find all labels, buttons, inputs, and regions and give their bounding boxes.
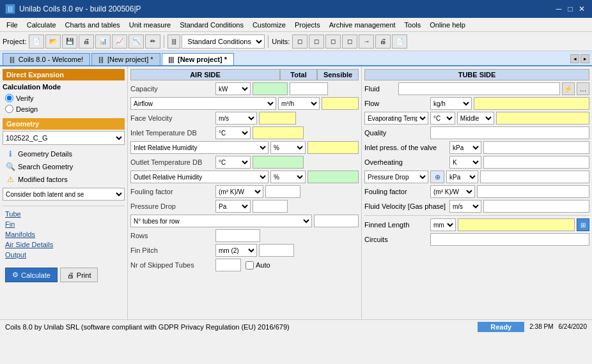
pressure-drop-unit-select[interactable]: Pa	[215, 200, 251, 213]
airflow-input[interactable]	[322, 97, 359, 110]
n-tubes-select[interactable]: N° tubes for row	[130, 215, 312, 227]
inlet-press-unit-select[interactable]: kPa	[449, 141, 481, 154]
auto-checkbox[interactable]	[245, 261, 254, 269]
menu-file[interactable]: File	[3, 20, 22, 30]
tube-pressure-drop-unit-select[interactable]: kPa	[446, 171, 478, 183]
rows-input[interactable]: 0	[215, 229, 260, 242]
toolbar-new-btn[interactable]: 📄	[29, 34, 44, 49]
overheat-unit-select[interactable]: K	[449, 156, 481, 169]
outlet-temp-unit-select[interactable]: °C	[215, 156, 251, 169]
radio-verify[interactable]	[5, 94, 13, 102]
menu-charts[interactable]: Charts and tables	[61, 20, 124, 30]
standard-conditions-select[interactable]: Standard Conditions	[182, 34, 265, 49]
face-velocity-input[interactable]	[259, 112, 296, 125]
fluid-lightning-btn[interactable]: ⚡	[562, 82, 575, 95]
toolbar-btn6[interactable]: 📈	[112, 34, 127, 49]
menu-unit-measure[interactable]: Unit measure	[125, 20, 175, 30]
menu-help[interactable]: Online help	[426, 20, 469, 30]
capacity-total-input[interactable]: 0	[253, 82, 288, 95]
units-btn7[interactable]: 📄	[392, 34, 407, 49]
inlet-rh-unit-select[interactable]: %	[270, 141, 306, 154]
print-button[interactable]: 🖨 Print	[60, 268, 98, 282]
circuits-input[interactable]: 1	[430, 233, 589, 246]
tab-new-project-1[interactable]: ||| [New project] *	[91, 53, 160, 65]
units-btn1[interactable]: ◻	[292, 34, 308, 49]
fluid-more-btn[interactable]: …	[577, 82, 589, 95]
airflow-select[interactable]: Airflow	[130, 97, 276, 110]
fouling-factor-unit-select[interactable]: (m² K)/W	[215, 185, 263, 198]
fin-pitch-unit-select[interactable]: mm (2)	[215, 244, 257, 257]
manifolds-link[interactable]: Manifolds	[3, 229, 125, 239]
tube-pressure-drop-input[interactable]: 0	[480, 171, 589, 183]
evap-temp-type-select[interactable]: Evaporating Temp.	[364, 112, 428, 125]
fluid-vel-input[interactable]: 0	[483, 200, 589, 213]
toolbar-btn8[interactable]: ✏	[145, 34, 160, 49]
capacity-sensible-input[interactable]: 0	[290, 82, 328, 95]
evap-temp-input[interactable]	[496, 112, 589, 125]
toolbar-btn7[interactable]: 📉	[129, 34, 144, 49]
inlet-temp-input[interactable]	[253, 126, 304, 139]
geometry-details-btn[interactable]: ℹ Geometry Details	[3, 148, 125, 160]
toolbar-btn9[interactable]: |||	[167, 34, 180, 49]
finned-length-calc-btn[interactable]: ⊞	[577, 218, 589, 231]
units-btn4[interactable]: ◻	[342, 34, 357, 49]
toolbar-btn4[interactable]: 🖨	[79, 34, 94, 49]
outlet-rh-input[interactable]	[308, 171, 359, 183]
calculate-button[interactable]: ⚙ Calculate	[5, 268, 58, 282]
units-btn2[interactable]: ◻	[309, 34, 324, 49]
maximize-button[interactable]: □	[565, 4, 575, 14]
evap-temp-unit-select[interactable]: °C	[430, 112, 455, 125]
tube-pressure-drop-type-select[interactable]: Pressure Drop	[364, 171, 428, 183]
fin-link[interactable]: Fin	[3, 219, 125, 229]
nr-skipped-input[interactable]: 0	[215, 259, 241, 271]
output-link[interactable]: Output	[3, 250, 125, 260]
fluid-input[interactable]: R407C	[398, 82, 560, 95]
geometry-dropdown[interactable]: 102522_C_G	[3, 131, 125, 145]
outlet-rh-unit-select[interactable]: %	[270, 171, 306, 183]
face-velocity-unit-select[interactable]: m/s	[215, 112, 257, 125]
finned-length-input[interactable]: 0	[458, 218, 575, 231]
tab-new-project-2[interactable]: ||| [New project] *	[162, 53, 234, 65]
outlet-temp-input[interactable]	[253, 156, 304, 169]
fouling-factor-input[interactable]: 0	[265, 185, 300, 198]
outlet-rh-select[interactable]: Outlet Relative Humidity	[130, 171, 269, 183]
tab-welcome[interactable]: ||| Coils 8.0 - Welcome!	[3, 53, 90, 65]
menu-customize[interactable]: Customize	[249, 20, 290, 30]
units-btn3[interactable]: ◻	[325, 34, 341, 49]
quality-input[interactable]: 0.2	[430, 126, 589, 139]
menu-archive[interactable]: Archive management	[325, 20, 400, 30]
pressure-drop-input[interactable]: 0	[253, 200, 288, 213]
toolbar-btn5[interactable]: 📊	[95, 34, 111, 49]
tab-nav-prev[interactable]: ◂	[570, 54, 579, 63]
inlet-rh-input[interactable]	[308, 141, 359, 154]
menu-projects[interactable]: Projects	[291, 20, 324, 30]
menu-tools[interactable]: Tools	[401, 20, 425, 30]
close-button[interactable]: ✕	[577, 4, 587, 14]
units-btn5[interactable]: →	[359, 34, 374, 49]
capacity-unit-select[interactable]: kW	[215, 82, 251, 95]
toolbar-open-btn[interactable]: 📂	[45, 34, 61, 49]
inlet-temp-unit-select[interactable]: °C	[215, 126, 251, 139]
radio-design[interactable]	[5, 105, 13, 113]
units-btn6[interactable]: 🖨	[375, 34, 391, 49]
fin-pitch-input[interactable]: 1.20	[259, 244, 294, 257]
evap-temp-pos-select[interactable]: Middle	[457, 112, 494, 125]
flow-input[interactable]	[474, 97, 589, 110]
tube-link[interactable]: Tube	[3, 209, 125, 219]
tab-nav-next[interactable]: ▸	[580, 54, 589, 63]
menu-standard-conditions[interactable]: Standard Conditions	[176, 20, 247, 30]
fluid-vel-unit-select[interactable]: m/s	[449, 200, 481, 213]
tube-fouling-input[interactable]: 0	[477, 185, 589, 198]
tube-pressure-icon-btn[interactable]: ⊕	[430, 171, 444, 183]
overheat-input[interactable]: 0	[483, 156, 589, 169]
airflow-unit-select[interactable]: m³/h	[278, 97, 320, 110]
finned-length-unit-select[interactable]: mm	[430, 218, 456, 231]
flow-unit-select[interactable]: kg/h	[430, 97, 472, 110]
n-tubes-input[interactable]: 0	[314, 215, 359, 227]
air-side-details-link[interactable]: Air Side Details	[3, 239, 125, 250]
toolbar-save-btn[interactable]: 💾	[62, 34, 77, 49]
minimize-button[interactable]: ─	[554, 4, 564, 14]
search-geometry-btn[interactable]: 🔍 Search Geometry	[3, 160, 125, 173]
consider-select[interactable]: Consider both latent and se	[3, 188, 125, 201]
inlet-press-input[interactable]: 0	[483, 141, 589, 154]
